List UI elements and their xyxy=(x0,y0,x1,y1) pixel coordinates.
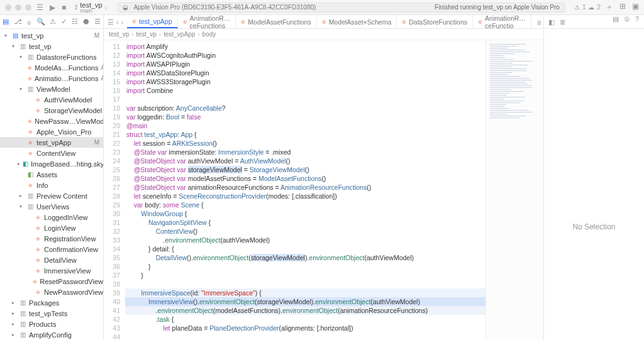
test-navigator-icon[interactable]: ✓ xyxy=(61,18,67,26)
tree-item[interactable]: ⟡ConfirmationView xyxy=(0,244,103,255)
tree-item[interactable]: ▸▥test_vpTests xyxy=(0,308,103,319)
report-navigator-icon[interactable]: ☰ xyxy=(94,18,101,26)
editor-tab[interactable]: ⟡AnimationR…ceFunctions xyxy=(178,15,236,28)
related-items-icon[interactable]: ☰ xyxy=(108,18,114,26)
scheme-icon: ⟟ xyxy=(75,3,77,11)
help-inspector-icon[interactable]: ? xyxy=(635,15,639,28)
source-editor[interactable]: 1112131415161718192021222324252627282930… xyxy=(104,40,486,340)
tree-item[interactable]: ▾▥ViewModel xyxy=(0,84,103,94)
tree-item[interactable]: ⟡Animatio…FunctionsA xyxy=(0,73,103,84)
tree-item[interactable]: ▸▥Products xyxy=(0,319,103,329)
debug-navigator-icon[interactable]: ☷ xyxy=(72,18,78,26)
tree-item[interactable]: ⟡test_vpAppM xyxy=(0,137,103,148)
tree-item[interactable]: ◧Assets xyxy=(0,169,103,180)
warning-count: 1 xyxy=(582,4,586,11)
symbol-navigator-icon[interactable]: ⌾ xyxy=(27,18,31,26)
forward-icon[interactable]: › xyxy=(121,18,124,26)
breadcrumb-segment[interactable]: body xyxy=(203,31,216,38)
tree-item[interactable]: ⟡StorageViewModel xyxy=(0,105,103,116)
warning-icon: ⚠︎ xyxy=(574,4,580,11)
tree-item[interactable]: ▾▥test_vp xyxy=(0,41,103,52)
tree-item[interactable]: ⟡NewPassw…ViewModel xyxy=(0,116,103,126)
code-content[interactable]: import Amplifyimport AWSCognitoAuthPlugi… xyxy=(125,40,486,340)
source-control-navigator-icon[interactable]: ⎇ xyxy=(14,18,22,26)
tree-item[interactable]: ⟡RegistrationView xyxy=(0,233,103,244)
editor-tab[interactable]: ⟡test_vpApp xyxy=(127,15,178,28)
editor-tab[interactable]: ⟡AnimationR…ceFunctio xyxy=(473,15,531,28)
tree-item[interactable]: ⟡AuthViewModel xyxy=(0,94,103,105)
device-icon: ◒ xyxy=(123,4,128,11)
scheme-selector[interactable]: ⟟ test_vp main › xyxy=(75,1,107,14)
navigator-panel: ▤ ⎇ ⌾ 🔍 ⚠︎ ✓ ☷ ⬣ ☰ ▾▤test_vpM▾▥test_vp▾▥… xyxy=(0,15,104,340)
find-navigator-icon[interactable]: 🔍 xyxy=(36,18,45,26)
file-inspector-icon[interactable]: ▤ xyxy=(613,15,619,28)
tree-item[interactable]: ▸▥AmplifyConfig xyxy=(0,329,103,340)
project-navigator-icon[interactable]: ▤ xyxy=(3,18,9,26)
tree-item[interactable]: ⟡NewPasswordView xyxy=(0,287,103,297)
minimap-toggle-icon[interactable]: ⫼ xyxy=(536,18,543,26)
breakpoint-navigator-icon[interactable]: ⬣ xyxy=(83,18,89,26)
error-count: 2 xyxy=(597,4,601,11)
toggle-inspector-icon[interactable]: ▣ xyxy=(632,2,639,13)
run-destination: Apple Vision Pro (BD6C3190-E3F5-461A-A9C… xyxy=(133,4,316,11)
issue-indicator[interactable]: ⚠︎ 1 ☁ 2 xyxy=(574,4,601,11)
tree-item[interactable]: ▾▥UserViews xyxy=(0,201,103,212)
add-icon[interactable]: ＋ xyxy=(606,2,613,13)
editor-tab-bar[interactable]: ☰ ‹ › ⟡test_vpApp⟡AnimationR…ceFunctions… xyxy=(104,15,543,29)
tree-item[interactable]: ⟡ImmersiveView xyxy=(0,265,103,276)
navigator-tab-bar[interactable]: ▤ ⎇ ⌾ 🔍 ⚠︎ ✓ ☷ ⬣ ☰ xyxy=(0,15,103,29)
tree-item[interactable]: ⟡ModelAs…FunctionsA xyxy=(0,62,103,73)
tree-item[interactable]: ⟡LoginView xyxy=(0,222,103,233)
tree-item[interactable]: ⟡ResetPasswordView xyxy=(0,276,103,287)
tree-item[interactable]: ⟡ContentView xyxy=(0,148,103,158)
editor-tab[interactable]: ⟡ModelAsset+Schema xyxy=(317,15,397,28)
activity-status: Finished running test_vp on Apple Vision… xyxy=(435,4,560,11)
window-traffic-lights[interactable] xyxy=(5,4,31,11)
tree-item[interactable]: ▾▥DatastoreFunctions xyxy=(0,52,103,62)
title-bar: ☰ ▶ ■ ⟟ test_vp main › ◒ Apple Vision Pr… xyxy=(0,0,644,15)
inspector-panel: ▤ ① ? No Selection xyxy=(543,15,644,340)
tree-item[interactable]: ⟡Info xyxy=(0,180,103,190)
minimap[interactable] xyxy=(486,40,543,340)
breadcrumb-segment[interactable]: test_vp xyxy=(109,31,129,38)
inspector-empty-label: No Selection xyxy=(572,222,615,231)
line-gutter: 1112131415161718192021222324252627282930… xyxy=(104,40,125,340)
breadcrumb-segment[interactable]: test_vpApp xyxy=(164,31,195,38)
cloud-icon: ☁ xyxy=(588,4,594,11)
editor-tab[interactable]: ⟡ModelAssetFunctions xyxy=(236,15,316,28)
chevron-right-icon: › xyxy=(105,4,108,11)
activity-pill[interactable]: ◒ Apple Vision Pro (BD6C3190-E3F5-461A-A… xyxy=(117,3,565,13)
library-icon[interactable]: ⊞ xyxy=(619,2,626,13)
back-icon[interactable]: ‹ xyxy=(116,18,119,26)
project-tree[interactable]: ▾▤test_vpM▾▥test_vp▾▥DatastoreFunctions⟡… xyxy=(0,29,103,340)
tree-item[interactable]: ⟡LoggedInView xyxy=(0,212,103,222)
run-icon[interactable]: ▶ xyxy=(50,3,55,12)
breadcrumb-segment[interactable]: test_vp xyxy=(136,31,157,38)
editor-tab[interactable]: ⟡DataStoreFunctions xyxy=(397,15,473,28)
history-inspector-icon[interactable]: ① xyxy=(624,15,630,28)
jump-bar[interactable]: test_vp›test_vp›test_vpApp›body xyxy=(104,29,543,40)
tree-item[interactable]: ▸▥Preview Content xyxy=(0,190,103,201)
tree-item[interactable]: ▾▤test_vpM xyxy=(0,30,103,41)
tree-item[interactable]: ▸◧ImageBased…hting.skybox xyxy=(0,158,103,169)
tree-item[interactable]: ⟡Apple_Vision_Pro xyxy=(0,126,103,137)
toggle-navigator-icon[interactable]: ☰ xyxy=(36,3,43,12)
tree-item[interactable]: ⟡DetailView xyxy=(0,255,103,265)
tree-item[interactable]: ▸▥Packages xyxy=(0,297,103,308)
issue-navigator-icon[interactable]: ⚠︎ xyxy=(50,18,56,26)
stop-icon[interactable]: ■ xyxy=(62,3,66,12)
editor-area: ☰ ‹ › ⟡test_vpApp⟡AnimationR…ceFunctions… xyxy=(104,15,543,340)
